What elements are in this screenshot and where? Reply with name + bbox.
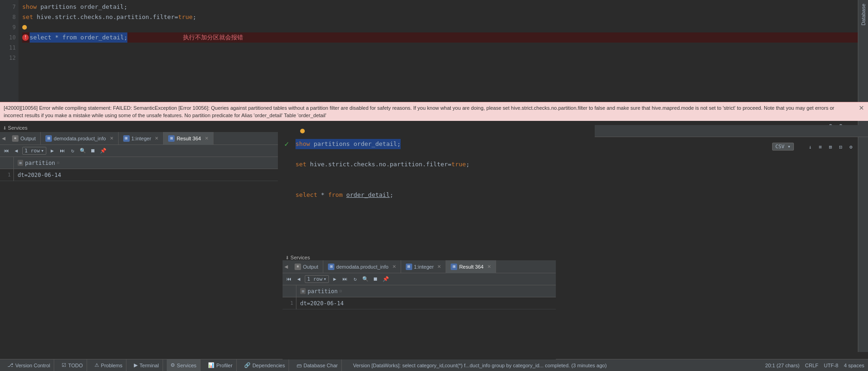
right-tab-product-label: demodata.product_info (336, 264, 389, 270)
status-bar-right: 20:1 (27 chars) CRLF UTF-8 4 spaces (761, 363, 868, 368)
terminal-icon: ▶ (134, 362, 138, 368)
status-tab-vcs[interactable]: ⎇ Version Control (4, 359, 54, 371)
row-num-header (0, 157, 14, 169)
right-row-selector[interactable]: 1 row ▾ (305, 275, 329, 283)
csv-export-btn[interactable]: CSV ▾ (772, 143, 794, 151)
status-tab-problems[interactable]: ⚠ Problems (91, 359, 126, 371)
status-tab-dependencies[interactable]: 🔗 Dependencies (240, 359, 289, 371)
output-tab-icon: ≡ (12, 135, 19, 142)
error-banner-close[interactable]: ✕ (859, 104, 864, 112)
stop-btn[interactable]: ⏹ (89, 147, 97, 155)
prev-row-btn[interactable]: ◀ (12, 147, 20, 155)
right-tab-output[interactable]: ≡ Output (290, 260, 323, 273)
result-table: ≡ partition ⊡ 1 dt=2020-06-14 (0, 157, 278, 287)
table-header: ≡ partition ⊡ (0, 157, 278, 169)
code-line-9 (22, 22, 864, 32)
tab-integer[interactable]: ⊞ 1:integer ✕ (119, 132, 164, 145)
tab-scroll-left[interactable]: ◀ (2, 136, 6, 141)
tab-product-info-close[interactable]: ✕ (110, 136, 113, 141)
status-message: Version [DataWorks]: select category_id,… (353, 363, 607, 368)
right-tab-bar: ◀ ≡ Output ⊞ demodata.product_info ✕ ⊞ 1… (283, 260, 556, 273)
right-result-364-icon: ⊞ (451, 264, 457, 270)
status-bar: ⎇ Version Control ☑ TODO ⚠ Problems ▶ Te… (0, 359, 868, 371)
first-row-btn[interactable]: ⏮ (2, 147, 10, 155)
right-tab-product-close[interactable]: ✕ (392, 264, 396, 269)
tab-result-364[interactable]: ⊞ Result 364 ✕ (164, 132, 214, 145)
row-selector[interactable]: 1 row ▾ (22, 147, 46, 155)
right-tab-integer[interactable]: ⊞ 1:integer ✕ (401, 260, 447, 273)
view-icon[interactable]: ⊡ (837, 143, 845, 151)
pin-btn[interactable]: 📌 (99, 147, 107, 155)
status-tab-services-label: Services (177, 363, 196, 368)
partition-col-header[interactable]: ≡ partition ⊡ (14, 160, 278, 166)
tab-product-info[interactable]: ⊞ demodata.product_info ✕ (41, 132, 119, 145)
integer-tab-icon: ⊞ (123, 135, 130, 142)
next-row-btn[interactable]: ▶ (48, 147, 57, 155)
split-icon[interactable]: ⊞ (826, 143, 835, 151)
settings-icon[interactable]: ⚙ (847, 143, 855, 151)
right-refresh-btn[interactable]: ↻ (351, 275, 359, 283)
status-tab-db-char[interactable]: 🗃 Database Char (293, 359, 342, 371)
download-icon[interactable]: ↓ (806, 143, 814, 151)
right-code-line-1: show partitions order_detail; (296, 139, 552, 149)
problems-icon: ⚠ (94, 362, 99, 368)
dependencies-icon: 🔗 (244, 362, 251, 368)
right-panel-content[interactable]: ✓ show partitions order_detail; set hive… (283, 137, 556, 250)
tab-product-info-label: demodata.product_info (54, 136, 106, 141)
right-row-num-header (283, 285, 296, 297)
right-search-btn[interactable]: 🔍 (361, 275, 370, 283)
table-row-1[interactable]: 1 dt=2020-06-14 (0, 169, 278, 181)
right-tab-result-364[interactable]: ⊞ Result 364 ✕ (446, 260, 496, 273)
right-col-partition-label: partition (308, 288, 338, 295)
tab-integer-close[interactable]: ✕ (155, 136, 158, 141)
row-count-chevron: ▾ (41, 148, 44, 154)
right-code-line-3: set hive.strict.checks.no.partition.filt… (296, 159, 552, 170)
db-sidebar[interactable]: Database (858, 0, 868, 352)
status-tab-services[interactable]: ⚙ Services (167, 359, 201, 371)
right-panel-warning-dot (300, 129, 305, 133)
status-tab-terminal[interactable]: ▶ Terminal (130, 359, 163, 371)
right-tab-integer-close[interactable]: ✕ (437, 264, 441, 269)
right-product-icon: ⊞ (328, 264, 334, 270)
tab-output[interactable]: ≡ Output (7, 132, 41, 145)
filter-icon[interactable]: ≡ (816, 143, 824, 151)
status-tab-profiler[interactable]: 📊 Profiler (204, 359, 237, 371)
right-stop-btn[interactable]: ⏹ (371, 275, 380, 283)
right-code-line-6: select * from order_detail; (296, 190, 552, 200)
tab-bar-left-btns: ◀ (0, 136, 7, 141)
line-numbers: 7 8 9 10 11 12 (0, 0, 19, 102)
row-num-1: 1 (0, 169, 14, 181)
right-pin-btn[interactable]: 📌 (382, 275, 390, 283)
row-count-label: 1 row (25, 148, 40, 154)
right-result-icons: ↓ ≡ ⊞ ⊡ ⚙ (806, 143, 855, 151)
right-tab-scroll-left[interactable]: ◀ (283, 264, 290, 269)
right-row-num-1: 1 (283, 297, 296, 309)
right-partition-col-header[interactable]: ≡ partition ⊡ (296, 288, 556, 295)
right-tab-result-364-close[interactable]: ✕ (487, 264, 491, 269)
editor-content[interactable]: show partitions order_detail; set hive.s… (19, 0, 868, 102)
status-tab-todo[interactable]: ☑ TODO (58, 359, 87, 371)
services-label-left: ⬇ Services (0, 124, 30, 132)
code-line-8: set hive.strict.checks.no.partition.filt… (22, 12, 864, 22)
right-partition-cell-1: dt=2020-06-14 (296, 300, 556, 307)
right-tab-product-info[interactable]: ⊞ demodata.product_info ✕ (323, 260, 401, 273)
refresh-btn[interactable]: ↻ (69, 147, 77, 155)
right-next-btn[interactable]: ▶ (331, 275, 339, 283)
db-sidebar-label: Database (861, 4, 866, 25)
tab-result-364-close[interactable]: ✕ (205, 136, 208, 141)
db-char-icon: 🗃 (296, 363, 302, 368)
right-table-row-1[interactable]: 1 dt=2020-06-14 (283, 297, 556, 309)
code-line-10: ! select * from order_detail; 执行不加分区就会报错 (22, 32, 864, 43)
product-info-tab-icon: ⊞ (45, 135, 52, 142)
indent-size: 4 spaces (844, 363, 864, 368)
check-icon: ✓ (284, 139, 289, 149)
right-first-btn[interactable]: ⏮ (284, 275, 293, 283)
right-tab-integer-label: 1:integer (414, 264, 434, 270)
search-btn[interactable]: 🔍 (79, 147, 87, 155)
right-output-icon: ≡ (295, 264, 301, 270)
right-prev-btn[interactable]: ◀ (295, 275, 303, 283)
right-code-line-5 (296, 180, 552, 190)
last-row-btn[interactable]: ⏭ (58, 147, 67, 155)
right-last-btn[interactable]: ⏭ (341, 275, 349, 283)
right-partition-value-1: dt=2020-06-14 (300, 300, 344, 307)
